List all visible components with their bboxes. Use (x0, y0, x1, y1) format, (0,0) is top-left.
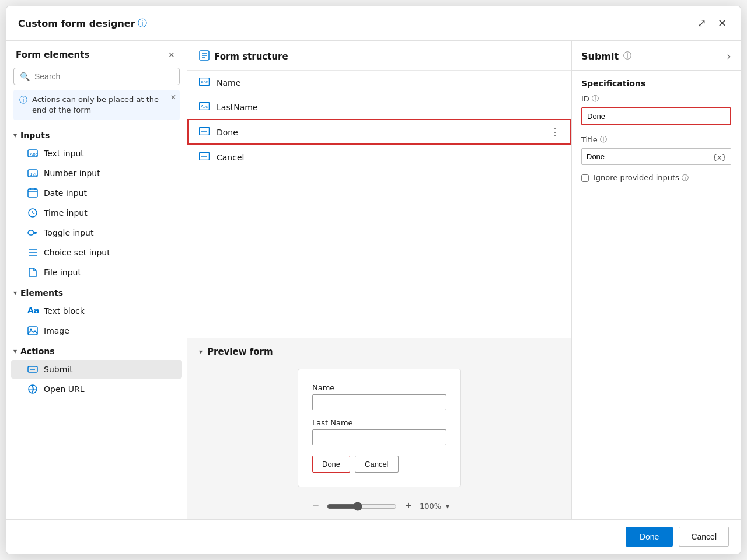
ignore-inputs-text: Ignore provided inputs (594, 173, 679, 182)
time-input-label: Time input (44, 208, 88, 218)
zoom-slider[interactable] (327, 502, 397, 511)
panel-title: Form elements (16, 50, 89, 60)
right-panel-nav-button[interactable]: › (727, 49, 731, 63)
number-input-icon: 123 (27, 168, 38, 178)
svg-text:Abc: Abc (201, 104, 208, 108)
time-input-icon (27, 208, 38, 218)
right-panel-info-icon[interactable]: ⓘ (623, 51, 631, 61)
preview-name-input[interactable] (312, 394, 446, 410)
section-elements-header[interactable]: ▾ Elements (6, 282, 187, 301)
form-item-name-label: Name (217, 78, 560, 88)
choice-set-input-icon (27, 247, 38, 258)
text-input-icon: Abc (27, 148, 38, 159)
sidebar-item-text-input[interactable]: Abc Text input (11, 144, 182, 163)
form-item-lastname[interactable]: Abc LastName (187, 94, 571, 119)
toggle-input-label: Toggle input (44, 228, 93, 237)
form-item-done-menu-button[interactable]: ⋮ (550, 127, 560, 138)
sidebar-item-date-input[interactable]: Date input (11, 184, 182, 202)
actions-section-label: Actions (20, 346, 55, 356)
form-item-done-icon (199, 127, 211, 137)
right-panel: Submit ⓘ › Specifications ID ⓘ Title (571, 41, 741, 519)
section-inputs-header[interactable]: ▾ Inputs (6, 125, 187, 144)
form-item-done[interactable]: Done ⋮ (187, 119, 571, 145)
form-item-cancel-icon (199, 152, 211, 162)
done-button[interactable]: Done (626, 527, 673, 547)
info-banner-text: Actions can only be placed at the end of… (32, 94, 174, 116)
title-field-input[interactable] (581, 148, 731, 165)
search-box: 🔍 (13, 68, 180, 85)
zoom-dropdown-button[interactable]: ▾ (446, 502, 449, 510)
info-banner: ⓘ Actions can only be placed at the end … (13, 90, 180, 120)
close-dialog-button[interactable]: ✕ (715, 15, 729, 32)
zoom-minus-button[interactable]: − (309, 499, 323, 513)
info-banner-icon: ⓘ (19, 95, 27, 106)
sidebar-item-time-input[interactable]: Time input (11, 204, 182, 222)
id-info-icon[interactable]: ⓘ (592, 94, 599, 104)
open-url-icon (27, 384, 38, 394)
cancel-button[interactable]: Cancel (679, 527, 729, 547)
preview-title: Preview form (207, 346, 273, 357)
zoom-plus-button[interactable]: + (402, 499, 415, 513)
ignore-inputs-info-icon[interactable]: ⓘ (682, 174, 689, 182)
info-button[interactable]: ⓘ (135, 15, 149, 32)
svg-text:123: 123 (30, 172, 38, 177)
id-field-container (581, 107, 731, 125)
inputs-section-label: Inputs (20, 131, 50, 140)
elements-section-label: Elements (20, 288, 63, 298)
svg-rect-4 (28, 189, 37, 197)
dialog: Custom form designer ⓘ ⤢ ✕ Form elements… (6, 6, 741, 554)
right-panel-header: Submit ⓘ › (572, 41, 741, 71)
title-info-icon[interactable]: ⓘ (600, 135, 607, 145)
preview-chevron: ▾ (199, 348, 203, 356)
sidebar-item-choice-set-input[interactable]: Choice set input (11, 243, 182, 262)
expand-button[interactable]: ⤢ (695, 15, 708, 32)
bottom-bar: Done Cancel (6, 519, 741, 554)
search-icon: 🔍 (20, 72, 30, 81)
file-input-icon (27, 267, 38, 278)
title-field-wrapper: {x} (581, 148, 731, 165)
sidebar-item-submit[interactable]: Submit (11, 360, 182, 379)
sidebar-item-number-input[interactable]: 123 Number input (11, 164, 182, 183)
preview-area: ▾ Preview form Name Last Name Done Cance… (187, 338, 571, 519)
center-panel: Form structure Abc Name Abc LastName (187, 41, 571, 519)
form-item-name[interactable]: Abc Name (187, 70, 571, 94)
left-panel: Form elements ✕ 🔍 ⓘ Actions can only be … (6, 41, 187, 519)
preview-done-button[interactable]: Done (312, 456, 350, 473)
ignore-inputs-checkbox[interactable] (581, 174, 589, 182)
form-structure-title: Form structure (214, 51, 288, 62)
banner-close-button[interactable]: ✕ (170, 93, 176, 102)
preview-content: Name Last Name Done Cancel (187, 363, 571, 493)
text-block-label: Text block (44, 306, 85, 316)
ignore-inputs-label[interactable]: Ignore provided inputs ⓘ (594, 173, 689, 183)
zoom-value-label: 100% (420, 502, 441, 510)
date-input-label: Date input (44, 188, 87, 198)
title-label-text: Title (581, 135, 598, 144)
sidebar-item-text-block[interactable]: Aa Text block (11, 302, 182, 320)
file-input-label: File input (44, 268, 81, 277)
panel-close-button[interactable]: ✕ (166, 49, 177, 61)
svg-text:Abc: Abc (201, 80, 208, 84)
choice-set-input-label: Choice set input (44, 248, 110, 257)
search-input[interactable] (34, 72, 173, 81)
preview-lastname-input[interactable] (312, 429, 446, 445)
id-field-input[interactable] (582, 108, 730, 124)
sidebar-item-file-input[interactable]: File input (11, 263, 182, 282)
sidebar-item-open-url[interactable]: Open URL (11, 380, 182, 398)
sidebar-item-toggle-input[interactable]: Toggle input (11, 223, 182, 242)
section-actions-header[interactable]: ▾ Actions (6, 341, 187, 359)
actions-chevron: ▾ (13, 347, 17, 355)
preview-name-label: Name (312, 383, 446, 392)
id-field-group: ID ⓘ (572, 94, 741, 135)
preview-form: Name Last Name Done Cancel (298, 369, 461, 487)
svg-rect-11 (28, 230, 34, 235)
svg-line-10 (33, 213, 34, 214)
form-structure-area: Form structure Abc Name Abc LastName (187, 41, 571, 338)
date-input-icon (27, 188, 38, 198)
form-item-lastname-label: LastName (217, 103, 560, 112)
form-item-cancel[interactable]: Cancel (187, 145, 571, 169)
preview-buttons: Done Cancel (312, 456, 446, 473)
preview-cancel-button[interactable]: Cancel (355, 456, 398, 473)
sidebar-item-image[interactable]: Image (11, 321, 182, 340)
form-structure-icon (199, 50, 210, 63)
right-panel-title-row: Submit ⓘ (581, 51, 631, 62)
